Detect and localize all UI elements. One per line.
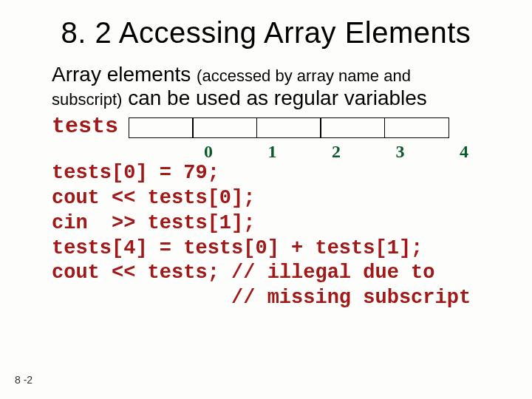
array-indices: 01234 <box>176 139 480 163</box>
slide-body: Array elements (accessed by array name a… <box>0 50 532 311</box>
array-cell <box>192 117 257 138</box>
index-label: 0 <box>176 142 241 163</box>
body-paragraph: Array elements (accessed by array name a… <box>52 63 480 110</box>
slide: 8. 2 Accessing Array Elements Array elem… <box>0 0 532 399</box>
page-number: 8 -2 <box>15 374 33 386</box>
array-cell <box>320 117 385 138</box>
code-block: tests[0] = 79; cout << tests[0]; cin >> … <box>52 161 480 311</box>
array-cell <box>256 117 321 138</box>
index-label: 2 <box>304 142 369 163</box>
array-diagram: tests <box>52 113 480 139</box>
array-cell <box>384 117 449 138</box>
array-name-label: tests <box>52 114 118 140</box>
array-cell <box>129 117 194 138</box>
index-label: 4 <box>432 142 497 163</box>
body-part1: Array elements <box>52 63 197 86</box>
index-label: 1 <box>240 142 305 163</box>
index-label: 3 <box>368 142 433 163</box>
body-part3: can be used as regular variables <box>122 86 426 109</box>
slide-title: 8. 2 Accessing Array Elements <box>0 0 532 50</box>
array-cells <box>129 115 449 138</box>
